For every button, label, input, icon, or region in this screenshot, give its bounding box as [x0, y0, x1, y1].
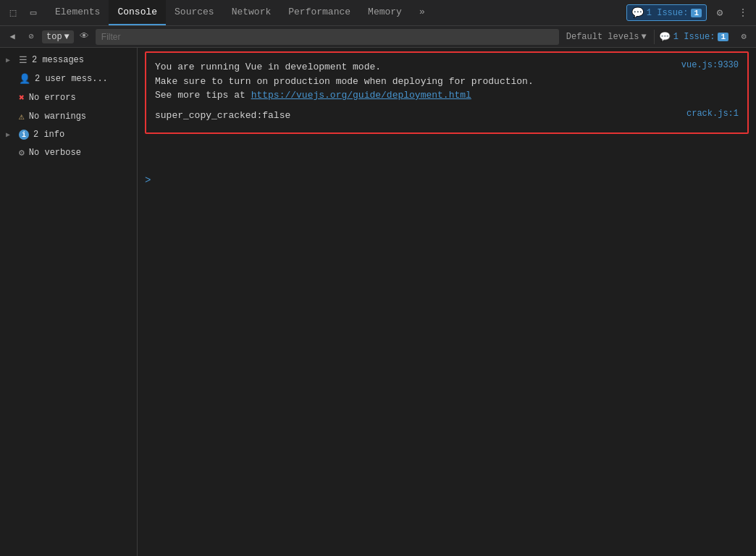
- block-icon[interactable]: ⊘: [23, 29, 39, 45]
- crack-source[interactable]: crack.js:1: [686, 109, 739, 119]
- sidebar-item-verbose[interactable]: ⚙ No verbose: [0, 143, 137, 162]
- message-popup: You are running Vue in development mode.…: [145, 51, 749, 134]
- vue-source[interactable]: vue.js:9330: [681, 60, 739, 70]
- tab-elements[interactable]: Elements: [46, 0, 109, 25]
- error-icon: ✖: [19, 92, 25, 104]
- sidebar: ▶ ☰ 2 messages 👤 2 user mess... ✖ No err…: [0, 48, 138, 556]
- levels-button[interactable]: Default levels ▼: [562, 30, 651, 43]
- vue-line2: Make sure to turn on production mode whe…: [155, 76, 534, 87]
- tab-sources[interactable]: Sources: [166, 0, 223, 25]
- verbose-icon: ⚙: [19, 147, 25, 159]
- prompt-symbol: >: [145, 174, 151, 186]
- list-icon: ☰: [19, 54, 28, 66]
- console-prompt[interactable]: >: [145, 174, 151, 186]
- top-bar-right: 💬 1 Issue: 1 ⚙ ⋮: [626, 3, 753, 23]
- levels-label: Default levels: [566, 32, 639, 42]
- sidebar-item-user-messages[interactable]: 👤 2 user mess...: [0, 70, 137, 88]
- chat-icon: 💬: [631, 7, 644, 19]
- tab-console[interactable]: Console: [109, 0, 166, 25]
- user-icon: 👤: [19, 73, 30, 85]
- expand-arrow-messages: ▶: [6, 56, 14, 64]
- tab-more[interactable]: »: [411, 0, 434, 25]
- device-icon[interactable]: ▭: [23, 3, 43, 23]
- inspect-icon[interactable]: ⬚: [3, 3, 23, 23]
- settings-icon[interactable]: ⚙: [710, 3, 730, 23]
- crack-message-line: super_copy_cracked:false crack.js:1: [155, 109, 739, 123]
- issue-text: 1 Issue:: [673, 32, 715, 42]
- tab-list: Elements Console Sources Network Perform…: [46, 0, 434, 25]
- crack-message-text: super_copy_cracked:false: [155, 109, 290, 123]
- vue-line1: You are running Vue in development mode.: [155, 62, 381, 72]
- sidebar-item-info[interactable]: ▶ i 2 info: [0, 126, 137, 143]
- sidebar-item-warnings[interactable]: ⚠ No warnings: [0, 107, 137, 126]
- issue-chat-icon: 💬: [659, 31, 671, 43]
- warning-icon: ⚠: [19, 111, 25, 122]
- levels-arrow-icon: ▼: [642, 32, 647, 42]
- vue-line3-prefix: See more tips at: [155, 90, 251, 101]
- vue-docs-link[interactable]: https://vuejs.org/guide/deployment.html: [251, 90, 471, 101]
- user-messages-label: 2 user mess...: [35, 74, 108, 84]
- issue-num: 1: [718, 33, 728, 41]
- messages-label: 2 messages: [32, 55, 84, 65]
- issue-count-badge: 1: [691, 9, 702, 17]
- menu-icon[interactable]: ⋮: [733, 3, 753, 23]
- expand-arrow-info: ▶: [6, 130, 14, 139]
- crack-message-block: super_copy_cracked:false crack.js:1: [155, 109, 739, 123]
- issue-count-label: 1 Issue:: [647, 8, 689, 18]
- context-arrow-icon: ▼: [64, 32, 70, 42]
- main-content: ▶ ☰ 2 messages 👤 2 user mess... ✖ No err…: [0, 48, 756, 556]
- vue-message-text: You are running Vue in development mode.…: [155, 60, 534, 103]
- eye-icon[interactable]: 👁: [77, 29, 93, 45]
- context-selector[interactable]: top ▼: [42, 30, 74, 43]
- vue-message-block: You are running Vue in development mode.…: [155, 60, 739, 103]
- errors-label: No errors: [29, 93, 76, 103]
- context-label: top: [46, 32, 62, 42]
- tab-memory[interactable]: Memory: [359, 0, 411, 25]
- console-settings-icon[interactable]: ⚙: [736, 29, 752, 45]
- issue-indicator: 💬 1 Issue: 1: [654, 30, 733, 44]
- sidebar-item-errors[interactable]: ✖ No errors: [0, 88, 137, 107]
- back-icon[interactable]: ◀: [4, 29, 20, 45]
- info-icon: i: [19, 130, 29, 140]
- info-label: 2 info: [33, 130, 64, 140]
- console-area: You are running Vue in development mode.…: [138, 48, 756, 556]
- filter-input[interactable]: [96, 29, 559, 45]
- warnings-label: No warnings: [29, 111, 86, 122]
- vue-message-line1: You are running Vue in development mode.…: [155, 60, 739, 103]
- second-toolbar: ◀ ⊘ top ▼ 👁 Default levels ▼ 💬 1 Issue: …: [0, 26, 756, 48]
- top-toolbar: ⬚ ▭ Elements Console Sources Network Per…: [0, 0, 756, 26]
- issue-badge-button[interactable]: 💬 1 Issue: 1: [626, 4, 707, 21]
- tab-performance[interactable]: Performance: [280, 0, 359, 25]
- tab-network[interactable]: Network: [223, 0, 280, 25]
- verbose-label: No verbose: [29, 148, 81, 158]
- sidebar-item-messages[interactable]: ▶ ☰ 2 messages: [0, 51, 137, 70]
